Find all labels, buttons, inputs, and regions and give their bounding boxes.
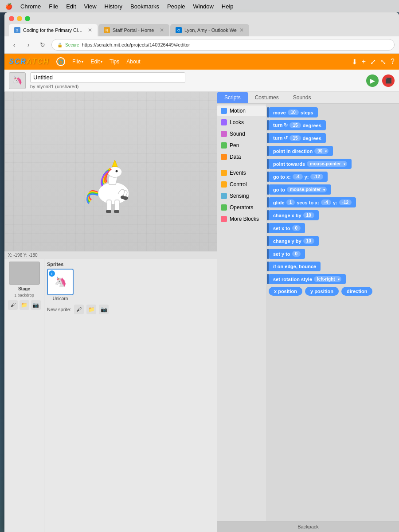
- sprite-thumb-unicorn: i 🦄: [47, 269, 74, 295]
- category-sensing[interactable]: Sensing: [217, 191, 266, 201]
- new-sprite-upload-icon[interactable]: 📁: [86, 305, 96, 314]
- category-control[interactable]: Control: [217, 179, 266, 190]
- compress-icon[interactable]: ⤡: [380, 58, 386, 66]
- block-goto-mouse-dropdown[interactable]: mouse-pointer: [287, 187, 327, 192]
- sprite-item-unicorn[interactable]: i 🦄 Unicorn: [47, 269, 74, 301]
- block-point-towards[interactable]: point towards mouse-pointer: [269, 159, 352, 169]
- block-goto-x-value[interactable]: -4: [293, 174, 303, 180]
- block-turn-ccw[interactable]: turn ↺ 15 degrees: [269, 133, 326, 143]
- category-data[interactable]: Data: [217, 152, 266, 162]
- category-events[interactable]: Events: [217, 168, 266, 178]
- block-rotation-style-dropdown[interactable]: left-right: [314, 276, 341, 282]
- category-pen[interactable]: Pen: [217, 140, 266, 151]
- maximize-button[interactable]: [25, 16, 30, 21]
- block-change-x[interactable]: change x by 10: [269, 210, 319, 220]
- new-sprite-paint-icon[interactable]: 🖌: [74, 305, 84, 314]
- new-backdrop-paint-icon[interactable]: 🖌: [8, 300, 18, 310]
- file-menu-scratch[interactable]: File▾: [72, 59, 83, 65]
- new-backdrop-upload-icon[interactable]: 📁: [20, 300, 29, 310]
- categories-panel: Motion Looks Sound Pen: [217, 104, 266, 521]
- about-menu-scratch[interactable]: About: [126, 59, 140, 65]
- new-sprite-camera-icon[interactable]: 📷: [99, 305, 109, 314]
- block-point-direction[interactable]: point in direction 90: [269, 146, 333, 156]
- block-move-value[interactable]: 10: [288, 110, 299, 115]
- tab-close-outlook[interactable]: ✕: [239, 27, 244, 33]
- tab-scratch[interactable]: S Coding for the Primary Classro ✕: [9, 24, 98, 36]
- edit-menu-scratch[interactable]: Edit▾: [90, 59, 102, 65]
- plus-icon[interactable]: +: [362, 58, 366, 66]
- expand-icon[interactable]: ⤢: [370, 58, 376, 66]
- close-button[interactable]: [9, 16, 14, 21]
- forward-button[interactable]: ›: [23, 39, 34, 50]
- block-goto-y-value[interactable]: -12: [310, 174, 323, 180]
- back-button[interactable]: ‹: [9, 39, 20, 50]
- block-glide-secs[interactable]: 1: [286, 200, 295, 205]
- block-change-x-value[interactable]: 10: [303, 212, 314, 218]
- block-set-y-value[interactable]: 0: [292, 251, 301, 257]
- tips-menu-scratch[interactable]: Tips: [110, 59, 119, 65]
- help-icon[interactable]: ?: [391, 58, 395, 66]
- edit-menu[interactable]: Edit: [66, 3, 76, 10]
- download-icon[interactable]: ⬇: [352, 58, 357, 66]
- scratch-favicon: S: [14, 27, 20, 33]
- block-set-x[interactable]: set x to 0: [269, 223, 305, 233]
- tab-close-scratch[interactable]: ✕: [88, 27, 92, 33]
- green-flag-button[interactable]: ▶: [366, 74, 379, 87]
- bookmarks-menu[interactable]: Bookmarks: [130, 3, 159, 10]
- tab-close-staff[interactable]: ✕: [160, 27, 164, 33]
- file-menu[interactable]: File: [49, 3, 58, 10]
- block-glide[interactable]: glide 1 secs to x: -4 y: -12: [269, 197, 356, 207]
- help-menu[interactable]: Help: [222, 3, 234, 10]
- history-menu[interactable]: History: [105, 3, 122, 10]
- tab-staff[interactable]: N Staff Portal - Home ✕: [98, 24, 169, 36]
- chrome-menu[interactable]: Chrome: [20, 3, 41, 10]
- reload-button[interactable]: ↻: [37, 39, 48, 50]
- editor-tabs: Scripts Costumes Sounds: [217, 92, 399, 104]
- block-change-y-value[interactable]: 10: [303, 238, 314, 244]
- backpack-label: Backpack: [297, 524, 319, 529]
- stop-button[interactable]: ⬛: [382, 74, 395, 87]
- project-name-input[interactable]: [30, 72, 185, 83]
- block-goto-mouse[interactable]: go to mouse-pointer: [269, 184, 331, 195]
- category-operators[interactable]: Operators: [217, 202, 266, 213]
- info-badge[interactable]: i: [49, 270, 55, 277]
- backpack-bar[interactable]: Backpack: [217, 521, 399, 532]
- block-move[interactable]: move 10 steps: [269, 107, 318, 117]
- tab-costumes[interactable]: Costumes: [248, 92, 286, 103]
- new-backdrop-camera-icon[interactable]: 📷: [31, 300, 41, 310]
- globe-icon[interactable]: 🌐: [56, 57, 65, 66]
- block-glide-y[interactable]: -12: [339, 200, 352, 205]
- block-move-suffix: steps: [301, 110, 313, 115]
- block-set-x-value[interactable]: 0: [292, 225, 301, 231]
- block-point-towards-dropdown[interactable]: mouse-pointer: [307, 161, 347, 167]
- block-goto-xy[interactable]: go to x: -4 y: -12: [269, 172, 328, 182]
- view-menu[interactable]: View: [84, 3, 97, 10]
- block-if-on-edge[interactable]: if on edge, bounce: [269, 262, 321, 271]
- looks-color-dot: [221, 119, 227, 125]
- tab-scripts[interactable]: Scripts: [217, 92, 248, 103]
- block-change-y[interactable]: change y by 10: [269, 236, 319, 246]
- block-y-position[interactable]: y position: [305, 287, 339, 296]
- category-more-blocks[interactable]: More Blocks: [217, 214, 266, 224]
- category-looks[interactable]: Looks: [217, 117, 266, 128]
- tab-sounds[interactable]: Sounds: [286, 92, 318, 103]
- block-direction-reporter[interactable]: direction: [341, 287, 372, 296]
- block-rotation-style[interactable]: set rotation style left-right: [269, 274, 346, 284]
- minimize-button[interactable]: [17, 16, 22, 21]
- category-sound[interactable]: Sound: [217, 129, 266, 139]
- tab-outlook[interactable]: O Lyon, Amy - Outlook We ✕: [170, 24, 249, 36]
- block-point-dir-value[interactable]: 90: [314, 148, 329, 154]
- stage-backdrop-thumb: [9, 262, 40, 285]
- block-turn-ccw-value[interactable]: 15: [289, 135, 301, 141]
- url-bar[interactable]: 🔒 Secure https://scratch.mit.edu/project…: [51, 39, 395, 51]
- block-x-position[interactable]: x position: [269, 287, 302, 296]
- window-menu[interactable]: Window: [193, 3, 214, 10]
- category-motion[interactable]: Motion: [217, 106, 266, 116]
- block-set-y[interactable]: set y to 0: [269, 249, 305, 259]
- block-turn-cw[interactable]: turn ↻ 15 degrees: [269, 120, 326, 130]
- block-glide-x[interactable]: -4: [321, 200, 331, 205]
- block-turn-cw-value[interactable]: 15: [289, 122, 301, 128]
- people-menu[interactable]: People: [167, 3, 185, 10]
- control-label: Control: [230, 181, 247, 188]
- apple-menu[interactable]: 🍎: [5, 3, 12, 10]
